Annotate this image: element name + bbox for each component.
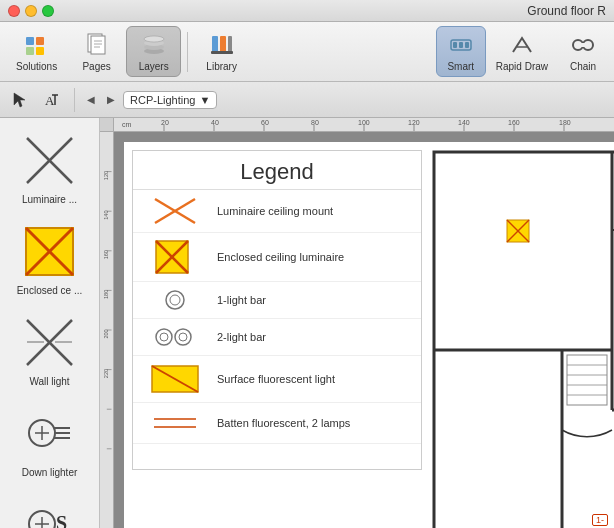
drawing-area[interactable]: Legend Luminaire ceiling mount <box>124 142 614 528</box>
svg-rect-2 <box>26 47 34 55</box>
chain-icon <box>569 31 597 59</box>
main-toolbar: Solutions Pages Layers <box>0 22 614 82</box>
layers-button[interactable]: Layers <box>126 26 181 77</box>
select-tool[interactable] <box>6 86 34 114</box>
main-content: Luminaire ... Enclosed ce ... <box>0 118 614 528</box>
enclosed-icon <box>20 221 80 281</box>
pages-button[interactable]: Pages <box>69 27 124 76</box>
svg-rect-20 <box>465 42 469 48</box>
svg-text:100: 100 <box>358 119 370 126</box>
legend-luminaire-text: Luminaire ceiling mount <box>217 205 333 217</box>
svg-point-89 <box>156 329 172 345</box>
toolbar-sep-1 <box>187 32 188 72</box>
pages-label: Pages <box>82 61 110 72</box>
layer-selector[interactable]: RCP-Lighting ▼ <box>123 91 217 109</box>
svg-text:20: 20 <box>161 119 169 126</box>
legend-batten-text: Batten fluorescent, 2 lamps <box>217 417 350 429</box>
canvas-content[interactable]: Legend Luminaire ceiling mount <box>114 132 614 528</box>
secondary-toolbar: A ◀ ▶ RCP-Lighting ▼ <box>0 82 614 118</box>
ruler-corner <box>100 118 114 132</box>
svg-point-91 <box>175 329 191 345</box>
svg-point-87 <box>166 291 184 309</box>
svg-point-92 <box>179 333 187 341</box>
svg-point-88 <box>170 295 180 305</box>
legend-enclosed-icon <box>145 239 205 275</box>
ruler-top: cm 20 40 60 80 100 120 140 160 180 <box>114 118 614 132</box>
svg-text:120: 120 <box>408 119 420 126</box>
legend-item-1light: 1-light bar <box>133 282 421 319</box>
svg-point-12 <box>144 36 164 42</box>
close-button[interactable] <box>8 5 20 17</box>
sidebar-item-enclosed[interactable]: Enclosed ce ... <box>5 217 95 300</box>
svg-text:80: 80 <box>311 119 319 126</box>
layers-label: Layers <box>139 61 169 72</box>
left-sidebar: Luminaire ... Enclosed ce ... <box>0 118 100 528</box>
svg-rect-5 <box>91 36 105 54</box>
legend-1light-text: 1-light bar <box>217 294 266 306</box>
library-label: Library <box>206 61 237 72</box>
svg-rect-97 <box>434 152 614 528</box>
svg-text:160: 160 <box>508 119 520 126</box>
legend-item-fluorescent: Surface fluorescent light <box>133 356 421 403</box>
canvas-area[interactable]: cm 20 40 60 80 100 120 140 160 180 <box>100 118 614 528</box>
svg-text:cm: cm <box>122 121 132 128</box>
svg-text:200: 200 <box>103 329 109 338</box>
chain-button[interactable]: Chain <box>558 26 608 77</box>
svg-rect-24 <box>580 43 586 47</box>
legend-1light-icon <box>145 288 205 312</box>
minimize-button[interactable] <box>25 5 37 17</box>
rapid-draw-label: Rapid Draw <box>496 61 548 72</box>
smart-label: Smart <box>447 61 474 72</box>
next-layer-arrow[interactable]: ▶ <box>103 92 119 108</box>
luminaire-label: Luminaire ... <box>22 194 77 205</box>
svg-text:140: 140 <box>458 119 470 126</box>
legend-2light-icon <box>145 325 205 349</box>
legend-item-2light: 2-light bar <box>133 319 421 356</box>
legend-item-enclosed: Enclosed ceiling luminaire <box>133 233 421 282</box>
legend-box: Legend Luminaire ceiling mount <box>132 150 422 470</box>
svg-text:140: 140 <box>103 211 109 220</box>
library-icon <box>208 31 236 59</box>
rapid-draw-icon <box>508 31 536 59</box>
legend-title: Legend <box>133 151 421 190</box>
svg-rect-18 <box>453 42 457 48</box>
svg-rect-1 <box>36 37 44 45</box>
svg-rect-16 <box>211 51 233 54</box>
wall-light-label: Wall light <box>29 376 69 387</box>
svg-text:120: 120 <box>103 171 109 180</box>
window-controls <box>8 5 54 17</box>
svg-point-90 <box>160 333 168 341</box>
svg-text:160: 160 <box>103 250 109 259</box>
legend-fluorescent-text: Surface fluorescent light <box>217 373 335 385</box>
library-button[interactable]: Library <box>194 27 249 76</box>
window-title: Ground floor R <box>527 4 606 18</box>
layers-icon <box>140 31 168 59</box>
wall-light-icon <box>20 312 80 372</box>
rapid-draw-button[interactable]: Rapid Draw <box>488 26 556 77</box>
pages-icon <box>83 31 111 59</box>
svg-rect-19 <box>459 42 463 48</box>
solutions-button[interactable]: Solutions <box>6 27 67 76</box>
title-bar: Ground floor R <box>0 0 614 22</box>
legend-2light-text: 2-light bar <box>217 331 266 343</box>
svg-text:220: 220 <box>103 369 109 378</box>
svg-rect-3 <box>36 47 44 55</box>
tool-sep-1 <box>74 88 75 112</box>
smart-button[interactable]: Smart <box>436 26 486 77</box>
luminaire-icon <box>20 130 80 190</box>
page-indicator: 1- <box>592 514 608 526</box>
solutions-icon <box>23 31 51 59</box>
layer-dropdown-arrow: ▼ <box>199 94 210 106</box>
sidebar-item-luminaire[interactable]: Luminaire ... <box>5 126 95 209</box>
sidebar-item-wall-light[interactable]: Wall light <box>5 308 95 391</box>
svg-text:60: 60 <box>261 119 269 126</box>
legend-fluorescent-icon <box>145 362 205 396</box>
text-tool[interactable]: A <box>38 86 66 114</box>
svg-rect-0 <box>26 37 34 45</box>
prev-layer-arrow[interactable]: ◀ <box>83 92 99 108</box>
maximize-button[interactable] <box>42 5 54 17</box>
sidebar-item-down-lighter[interactable]: Down lighter <box>5 399 95 482</box>
sidebar-item-s[interactable]: S <box>5 490 95 528</box>
solutions-label: Solutions <box>16 61 57 72</box>
right-toolbar: Smart Rapid Draw Chain <box>436 26 608 77</box>
